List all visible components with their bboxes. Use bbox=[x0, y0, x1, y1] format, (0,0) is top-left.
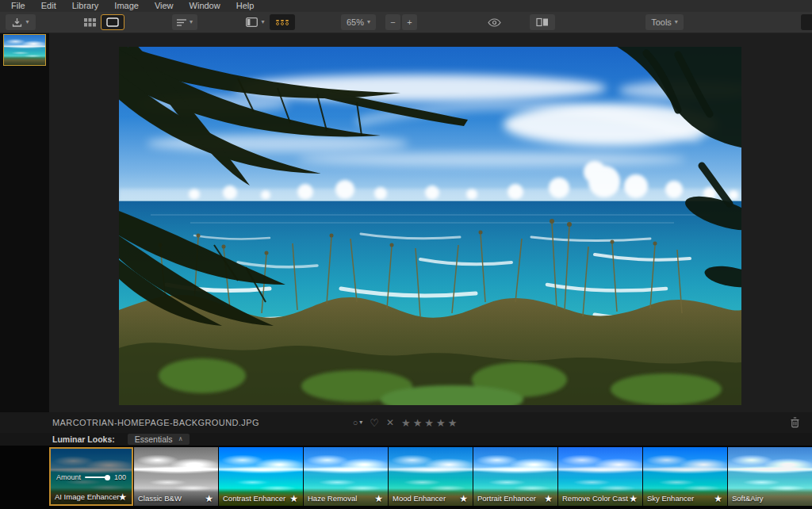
look-star-icon[interactable]: ★ bbox=[459, 493, 468, 504]
zoom-level-value: 65% bbox=[347, 17, 364, 27]
look-tile[interactable]: Classic B&W ★ bbox=[134, 447, 218, 506]
favorite-heart-icon[interactable]: ♡ bbox=[370, 417, 379, 429]
chevron-down-icon: ▾ bbox=[25, 19, 29, 25]
toolbar: ▾ ▾ ▾ 65% ▾ − bbox=[0, 12, 812, 33]
look-label: Haze Removal bbox=[308, 494, 357, 503]
filename-label: MARCOTRIAN-HOMEPAGE-BACKGROUND.JPG bbox=[52, 412, 259, 433]
zoom-out-button[interactable]: − bbox=[385, 14, 400, 30]
ocean-photo-art bbox=[119, 47, 741, 405]
amount-slider-knob[interactable] bbox=[105, 475, 110, 480]
zoom-in-button[interactable]: + bbox=[402, 14, 417, 30]
thumbnail-image bbox=[4, 35, 45, 65]
image-canvas bbox=[49, 33, 812, 412]
star-rating[interactable]: ★★★★★ bbox=[401, 417, 459, 429]
menu-file[interactable]: File bbox=[3, 0, 33, 12]
chevron-down-icon: ▾ bbox=[675, 19, 678, 25]
menu-help[interactable]: Help bbox=[228, 0, 262, 12]
look-label: Sky Enhancer bbox=[647, 494, 694, 503]
look-tile[interactable]: Sky Enhancer ★ bbox=[643, 447, 727, 506]
filmstrip-thumbnail-selected[interactable] bbox=[3, 34, 46, 66]
chevron-down-icon: ▾ bbox=[359, 419, 362, 426]
menu-window[interactable]: Window bbox=[182, 0, 228, 12]
amount-value: 100 bbox=[114, 473, 126, 481]
look-tile[interactable]: Haze Removal ★ bbox=[304, 447, 388, 506]
look-label: Classic B&W bbox=[138, 494, 182, 503]
looks-collection-select[interactable]: Essentials ∧ bbox=[128, 434, 190, 445]
compare-button[interactable] bbox=[530, 14, 555, 30]
look-label: Mood Enhancer bbox=[393, 494, 446, 503]
look-star-icon[interactable]: ★ bbox=[205, 493, 213, 504]
single-view-button[interactable] bbox=[101, 14, 124, 30]
look-star-icon[interactable]: ★ bbox=[118, 492, 127, 503]
eye-icon bbox=[488, 18, 501, 27]
amount-label: Amount bbox=[56, 473, 81, 481]
export-button[interactable]: ▾ bbox=[6, 14, 36, 30]
look-star-icon[interactable]: ★ bbox=[544, 493, 553, 504]
amount-slider[interactable]: Amount 100 bbox=[56, 473, 126, 481]
chevron-down-icon: ▾ bbox=[367, 19, 370, 25]
grid-view-button[interactable] bbox=[81, 14, 98, 30]
menu-library[interactable]: Library bbox=[64, 0, 107, 12]
delete-button[interactable] bbox=[791, 417, 799, 431]
tools-button[interactable]: Tools ▾ bbox=[645, 14, 684, 30]
look-tile[interactable]: Remove Color Cast ★ bbox=[558, 447, 642, 506]
look-label: Portrait Enhancer bbox=[477, 494, 536, 503]
looks-collection-value: Essentials bbox=[135, 434, 173, 444]
looks-strip: Amount 100 AI Image Enhancer ★ Classic B… bbox=[0, 446, 812, 509]
right-panel-edge-button[interactable] bbox=[801, 14, 812, 30]
side-panel-icon bbox=[246, 17, 258, 27]
export-icon bbox=[12, 17, 22, 28]
menu-edit[interactable]: Edit bbox=[33, 0, 64, 12]
look-tile[interactable]: Contrast Enhancer ★ bbox=[219, 447, 303, 506]
amount-slider-track[interactable] bbox=[85, 476, 110, 478]
chevron-down-icon: ▾ bbox=[261, 19, 264, 25]
sort-list-icon bbox=[177, 19, 186, 26]
tools-button-label: Tools bbox=[651, 17, 672, 27]
looks-header: Luminar Looks: Essentials ∧ bbox=[0, 433, 812, 446]
preview-toggle[interactable] bbox=[483, 14, 505, 30]
look-tile[interactable]: Soft&Airy bbox=[728, 447, 812, 506]
menu-view[interactable]: View bbox=[147, 0, 182, 12]
look-tile[interactable]: Mood Enhancer ★ bbox=[389, 447, 473, 506]
side-panel-toggle[interactable]: ▾ bbox=[243, 14, 268, 30]
trash-icon bbox=[791, 417, 799, 428]
menu-image[interactable]: Image bbox=[106, 0, 147, 12]
look-star-icon[interactable]: ★ bbox=[374, 493, 383, 504]
look-label: Remove Color Cast bbox=[562, 494, 628, 503]
looks-filmstrip-icon bbox=[276, 20, 289, 25]
status-bar: MARCOTRIAN-HOMEPAGE-BACKGROUND.JPG ○ ▾ ♡… bbox=[0, 412, 812, 433]
color-label-circle-icon: ○ bbox=[353, 418, 358, 427]
chevron-up-icon: ∧ bbox=[178, 434, 183, 444]
single-image-icon bbox=[106, 17, 119, 27]
chevron-down-icon: ▾ bbox=[190, 19, 193, 25]
look-label: Contrast Enhancer bbox=[223, 494, 285, 503]
menu-bar: FileEditLibraryImageViewWindowHelp bbox=[0, 0, 812, 12]
look-star-icon[interactable]: ★ bbox=[629, 493, 638, 504]
zoom-level-select[interactable]: 65% ▾ bbox=[341, 14, 376, 30]
look-tile[interactable]: Amount 100 AI Image Enhancer ★ bbox=[49, 447, 133, 506]
rating-controls: ○ ▾ ♡ ✕ ★★★★★ bbox=[353, 412, 460, 433]
look-label: AI Image Enhancer bbox=[55, 492, 119, 501]
color-label-picker[interactable]: ○ ▾ bbox=[353, 418, 363, 427]
look-star-icon[interactable]: ★ bbox=[289, 493, 298, 504]
main-photo[interactable] bbox=[119, 47, 741, 405]
look-tile[interactable]: Portrait Enhancer ★ bbox=[473, 447, 557, 506]
grid-view-icon bbox=[84, 18, 96, 27]
filmstrip-sidebar bbox=[0, 33, 49, 412]
look-label: Soft&Airy bbox=[732, 494, 764, 503]
reject-x-icon[interactable]: ✕ bbox=[386, 417, 394, 428]
looks-title: Luminar Looks: bbox=[52, 434, 115, 444]
looks-panel-toggle[interactable] bbox=[270, 14, 295, 30]
sort-button[interactable]: ▾ bbox=[172, 14, 197, 30]
before-after-icon bbox=[536, 17, 549, 27]
look-star-icon[interactable]: ★ bbox=[714, 493, 722, 504]
